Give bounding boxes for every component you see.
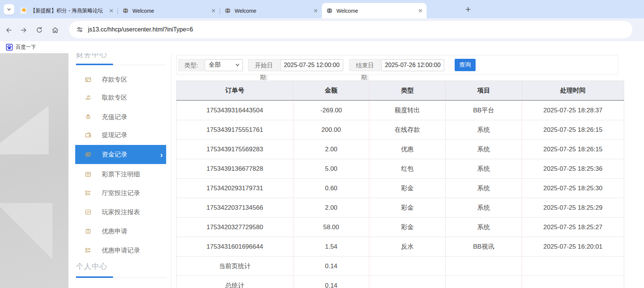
sidebar-item-label: 优惠申请记录 [102, 246, 140, 255]
new-tab-button[interactable] [463, 4, 473, 14]
tab-3[interactable]: Welcome [322, 3, 427, 18]
moneybag-icon: ¥ [85, 114, 91, 120]
search-button[interactable]: 查询 [455, 59, 476, 71]
globe-icon [326, 7, 333, 14]
sidebar-item-label: 提现记录 [102, 131, 127, 139]
sidebar-item-3[interactable]: 提现记录 [75, 125, 166, 145]
sidebar-item-1[interactable]: 取款专区 [75, 88, 166, 107]
type-select[interactable]: 全部 [205, 59, 243, 71]
decorative-shape [0, 203, 52, 259]
table-cell: 200.00 [293, 120, 369, 140]
tabs-container: 【新提醒】积分 - 海燕策略论坛WelcomeWelcomeWelcome [16, 0, 427, 18]
table-cell: 1753439175569283 [177, 140, 293, 159]
sidebar-item-2[interactable]: ¥充值记录 [75, 107, 166, 127]
bookmark-label: 百度一下 [16, 44, 36, 51]
table-header-row: 订单号金额类型项目处理时间 [177, 81, 624, 101]
sidebar-item-9[interactable]: 优惠申请记录 [75, 241, 166, 260]
forum-icon [20, 7, 27, 14]
tab-1[interactable]: Welcome [118, 3, 220, 18]
table-cell: -269.00 [293, 100, 369, 120]
table-cell: 2025-07-25 18:25:27 [522, 218, 624, 237]
reload-icon [36, 26, 43, 34]
home-button[interactable] [49, 24, 61, 36]
tab-2[interactable]: Welcome [220, 3, 322, 18]
svg-text:¥: ¥ [88, 116, 89, 118]
address-bar[interactable]: js13.cc/hhcp/usercenter.html?iniType=6 [69, 21, 632, 38]
forward-arrow-icon [20, 26, 28, 34]
table-row: 175342032772958058.00彩金系统2025-07-25 18:2… [177, 218, 624, 237]
section-underline [76, 276, 113, 278]
table-cell: 系统 [446, 159, 522, 179]
sidebar-section-personal: 个人中心 [76, 261, 107, 272]
sidebar-item-label: 玩家投注报表 [102, 208, 140, 216]
sidebar-item-label: 彩票下注明细 [102, 170, 140, 179]
table-cell: 系统 [446, 140, 522, 159]
forward-button[interactable] [17, 24, 30, 36]
table-cell: 系统 [446, 179, 522, 198]
back-button[interactable] [2, 24, 15, 36]
table-cell: 彩金 [369, 179, 446, 198]
browser-toolbar: js13.cc/hhcp/usercenter.html?iniType=6 [0, 18, 644, 41]
tab-close-button[interactable] [210, 7, 217, 14]
reload-button[interactable] [33, 24, 46, 36]
filter-panel: 类型: 全部 开始日期: 2025-07-25 12:00:00 结束日期: 2… [176, 55, 618, 75]
sidebar-item-7[interactable]: 玩家投注报表 [75, 203, 166, 222]
list-doc-icon [85, 171, 91, 178]
table-cell: 彩金 [369, 218, 446, 237]
wallet-icon [85, 132, 91, 138]
sidebar-section-finance: 财务中心 [76, 53, 107, 60]
table-cell [446, 257, 522, 276]
funds-icon: ¥ [85, 151, 91, 158]
site-settings-icon[interactable] [76, 26, 83, 33]
list-icon [85, 247, 91, 254]
tab-close-button[interactable] [417, 7, 424, 14]
end-date-input[interactable]: 2025-07-26 12:00:00 [381, 59, 444, 71]
chevron-down-icon [6, 7, 12, 12]
tab-title: 【新提醒】积分 - 海燕策略论坛 [30, 7, 106, 14]
table-row: 17534202931797310.60彩金系统2025-07-25 18:25… [177, 179, 624, 198]
table-cell [522, 257, 624, 276]
table-cell: 在线存款 [369, 120, 446, 140]
browser-window: 【新提醒】积分 - 海燕策略论坛WelcomeWelcomeWelcome js… [0, 0, 644, 288]
report-icon [85, 209, 91, 215]
tab-title: Welcome [132, 8, 208, 14]
column-header: 处理时间 [522, 81, 624, 101]
table-cell: 总统计 [177, 276, 293, 288]
sidebar-item-4[interactable]: ¥资金记录› [75, 145, 166, 164]
type-select-value: 全部 [209, 61, 221, 69]
tab-close-button[interactable] [108, 7, 115, 14]
table-cell: 2025-07-25 18:26:15 [522, 120, 624, 140]
table-cell: 1753420293179731 [177, 179, 293, 198]
sidebar-item-0[interactable]: 存款专区 [75, 70, 166, 89]
tab-0[interactable]: 【新提醒】积分 - 海燕策略论坛 [16, 3, 117, 18]
table-cell: 优惠 [369, 140, 446, 159]
start-date-label: 开始日期: [248, 59, 280, 71]
main-panel: 类型: 全部 开始日期: 2025-07-25 12:00:00 结束日期: 2… [171, 53, 644, 288]
table-cell: 1753420327729580 [177, 218, 293, 237]
table-cell: 系统 [446, 120, 522, 140]
start-date-input[interactable]: 2025-07-25 12:00:00 [280, 59, 343, 71]
end-date-label: 结束日期: [349, 59, 381, 71]
table-cell: BB平台 [446, 100, 522, 120]
section-underline-rest [113, 65, 167, 65]
table-cell: 1753439175551761 [177, 120, 293, 140]
table-cell: 2025-07-25 16:20:01 [522, 237, 624, 257]
table-row: 当前页统计0.14 [177, 257, 624, 276]
tab-search-button[interactable] [4, 4, 14, 15]
funds-record-table: 订单号金额类型项目处理时间1753439316443504-269.00额度转出… [176, 81, 624, 288]
sidebar-item-6[interactable]: 厅室投注记录 [75, 184, 166, 203]
svg-text:¥: ¥ [88, 230, 89, 233]
deposit-card-icon [85, 76, 91, 83]
tab-title: Welcome [235, 8, 310, 14]
home-icon [51, 26, 59, 34]
column-header: 金额 [293, 81, 369, 101]
table-cell: 0.60 [293, 179, 369, 198]
tab-close-button[interactable] [312, 7, 319, 14]
sidebar-item-8[interactable]: ¥优惠申请 [75, 222, 166, 241]
sidebar: 财务中心 存款专区取款专区¥充值记录提现记录¥资金记录›彩票下注明细厅室投注记录… [68, 53, 171, 288]
bookmark-baidu[interactable]: 百度一下 [4, 43, 38, 51]
page-content: 财务中心 存款专区取款专区¥充值记录提现记录¥资金记录›彩票下注明细厅室投注记录… [0, 53, 644, 288]
table-cell: 2.00 [293, 198, 369, 218]
sidebar-item-5[interactable]: 彩票下注明细 [75, 165, 166, 184]
table-row: 17534316016966441.54反水BB视讯2025-07-25 16:… [177, 237, 624, 257]
